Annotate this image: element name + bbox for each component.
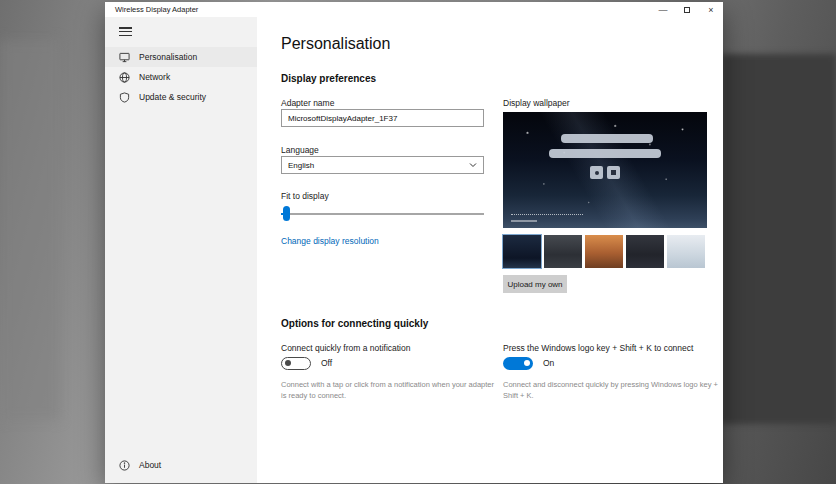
change-resolution-link[interactable]: Change display resolution bbox=[281, 236, 379, 246]
hamburger-menu-icon[interactable] bbox=[119, 27, 132, 36]
desktop-backdrop-light bbox=[0, 40, 60, 420]
slider-handle[interactable] bbox=[283, 206, 290, 221]
language-selected-value: English bbox=[288, 161, 314, 170]
desktop-backdrop-dark bbox=[721, 54, 836, 424]
adapter-name-input[interactable] bbox=[281, 109, 484, 127]
personalisation-icon bbox=[119, 52, 130, 63]
main-content: Personalisation Display preferences Adap… bbox=[257, 17, 723, 483]
sidebar-item-personalisation[interactable]: Personalisation bbox=[105, 47, 257, 67]
notification-toggle-state: Off bbox=[321, 358, 332, 368]
minimize-button[interactable]: — bbox=[651, 2, 675, 17]
minimize-icon: — bbox=[659, 5, 668, 15]
shortcut-toggle-state: On bbox=[543, 358, 554, 368]
wallpaper-overlay-tile bbox=[590, 166, 603, 179]
sidebar-item-about[interactable]: About bbox=[105, 455, 257, 475]
notification-toggle[interactable] bbox=[281, 357, 311, 370]
wallpaper-preview bbox=[503, 112, 707, 228]
about-label: About bbox=[139, 460, 161, 470]
app-window: Wireless Display Adapter — × Personalisa… bbox=[105, 2, 723, 483]
toggle-knob bbox=[524, 360, 530, 366]
sidebar-item-label: Network bbox=[139, 72, 170, 82]
starfield-image bbox=[503, 112, 707, 228]
dot-icon bbox=[595, 171, 599, 175]
sidebar-item-network[interactable]: Network bbox=[105, 67, 257, 87]
notification-toggle-label: Connect quickly from a notification bbox=[281, 343, 410, 353]
wallpaper-overlay-bar bbox=[549, 149, 661, 158]
language-select[interactable]: English bbox=[281, 156, 484, 174]
notification-toggle-row: Off bbox=[281, 356, 332, 370]
sidebar-item-label: Update & security bbox=[139, 92, 206, 102]
display-preferences-heading: Display preferences bbox=[281, 73, 376, 84]
adapter-name-label: Adapter name bbox=[281, 98, 334, 108]
sidebar-item-label: Personalisation bbox=[139, 52, 197, 62]
fit-to-display-slider[interactable] bbox=[281, 206, 484, 222]
wallpaper-thumbnail-5[interactable] bbox=[667, 235, 705, 268]
square-icon bbox=[611, 170, 616, 175]
fit-to-display-label: Fit to display bbox=[281, 191, 329, 201]
window-controls: — × bbox=[651, 2, 723, 17]
maximize-button[interactable] bbox=[675, 2, 699, 17]
slider-track[interactable] bbox=[281, 213, 484, 215]
network-globe-icon bbox=[119, 72, 130, 83]
wallpaper-thumbnail-1[interactable] bbox=[503, 235, 541, 268]
language-label: Language bbox=[281, 145, 319, 155]
sidebar-item-update-security[interactable]: Update & security bbox=[105, 87, 257, 107]
notification-description: Connect with a tap or click from a notif… bbox=[281, 380, 497, 401]
options-heading: Options for connecting quickly bbox=[281, 318, 428, 329]
wallpaper-thumbnail-2[interactable] bbox=[544, 235, 582, 268]
maximize-icon bbox=[684, 7, 690, 13]
shortcut-description: Connect and disconnect quickly by pressi… bbox=[503, 380, 719, 401]
close-icon: × bbox=[708, 5, 713, 15]
shortcut-toggle[interactable] bbox=[503, 357, 533, 370]
shortcut-toggle-row: On bbox=[503, 356, 554, 370]
sidebar: Personalisation Network Update & securit… bbox=[105, 17, 257, 483]
shortcut-toggle-label: Press the Windows logo key + Shift + K t… bbox=[503, 343, 693, 353]
close-button[interactable]: × bbox=[699, 2, 723, 17]
sidebar-nav: Personalisation Network Update & securit… bbox=[105, 47, 257, 107]
display-wallpaper-label: Display wallpaper bbox=[503, 98, 570, 108]
wallpaper-thumbnail-4[interactable] bbox=[626, 235, 664, 268]
upload-my-own-button[interactable]: Upload my own bbox=[503, 275, 567, 293]
title-bar[interactable]: Wireless Display Adapter — × bbox=[105, 2, 723, 17]
wallpaper-thumbnails bbox=[503, 235, 705, 268]
wallpaper-overlay-bar bbox=[561, 134, 653, 143]
toggle-knob bbox=[285, 360, 291, 366]
update-security-shield-icon bbox=[119, 92, 130, 103]
info-icon bbox=[119, 460, 130, 471]
wallpaper-thumbnail-3[interactable] bbox=[585, 235, 623, 268]
wallpaper-overlay-tile bbox=[607, 166, 620, 179]
window-title: Wireless Display Adapter bbox=[105, 5, 198, 14]
chevron-down-icon bbox=[469, 161, 477, 169]
page-title: Personalisation bbox=[281, 35, 390, 53]
wallpaper-dotted-line bbox=[511, 214, 583, 215]
wallpaper-caption-line bbox=[511, 220, 537, 222]
